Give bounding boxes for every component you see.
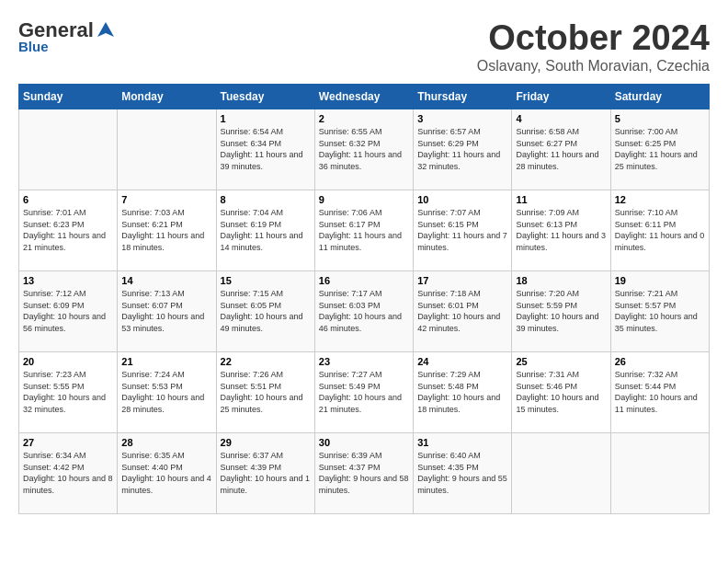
- day-number: 21: [121, 356, 211, 367]
- day-info: Sunrise: 6:54 AM Sunset: 6:34 PM Dayligh…: [221, 126, 311, 172]
- day-number: 26: [615, 356, 705, 367]
- day-number: 18: [516, 275, 606, 286]
- calendar-day-8: 8Sunrise: 7:04 AM Sunset: 6:19 PM Daylig…: [216, 190, 314, 271]
- day-info: Sunrise: 6:40 AM Sunset: 4:35 PM Dayligh…: [417, 450, 507, 496]
- day-info: Sunrise: 7:04 AM Sunset: 6:19 PM Dayligh…: [221, 207, 311, 253]
- day-info: Sunrise: 7:23 AM Sunset: 5:55 PM Dayligh…: [23, 369, 113, 415]
- calendar-day-4: 4Sunrise: 6:58 AM Sunset: 6:27 PM Daylig…: [512, 109, 610, 190]
- day-number: 31: [417, 437, 507, 448]
- calendar-day-13: 13Sunrise: 7:12 AM Sunset: 6:09 PM Dayli…: [19, 271, 118, 352]
- logo: General Blue: [18, 18, 116, 54]
- weekday-header-saturday: Saturday: [610, 85, 709, 109]
- day-info: Sunrise: 7:15 AM Sunset: 6:05 PM Dayligh…: [221, 288, 311, 334]
- calendar-day-1: 1Sunrise: 6:54 AM Sunset: 6:34 PM Daylig…: [216, 109, 314, 190]
- day-info: Sunrise: 7:21 AM Sunset: 5:57 PM Dayligh…: [615, 288, 705, 334]
- day-info: Sunrise: 7:31 AM Sunset: 5:46 PM Dayligh…: [516, 369, 606, 415]
- weekday-header-tuesday: Tuesday: [216, 85, 314, 109]
- calendar-table: SundayMondayTuesdayWednesdayThursdayFrid…: [18, 84, 710, 514]
- logo-bird-icon: [96, 20, 116, 40]
- day-info: Sunrise: 6:37 AM Sunset: 4:39 PM Dayligh…: [221, 450, 311, 496]
- day-number: 8: [221, 194, 311, 205]
- day-info: Sunrise: 6:34 AM Sunset: 4:42 PM Dayligh…: [23, 450, 113, 496]
- day-info: Sunrise: 7:03 AM Sunset: 6:21 PM Dayligh…: [121, 207, 211, 253]
- day-info: Sunrise: 7:29 AM Sunset: 5:48 PM Dayligh…: [417, 369, 507, 415]
- calendar-day-10: 10Sunrise: 7:07 AM Sunset: 6:15 PM Dayli…: [414, 190, 512, 271]
- weekday-header-friday: Friday: [512, 85, 610, 109]
- calendar-day-5: 5Sunrise: 7:00 AM Sunset: 6:25 PM Daylig…: [610, 109, 709, 190]
- calendar-header-row: SundayMondayTuesdayWednesdayThursdayFrid…: [19, 85, 710, 109]
- calendar-day-24: 24Sunrise: 7:29 AM Sunset: 5:48 PM Dayli…: [414, 352, 512, 433]
- day-number: 12: [615, 194, 705, 205]
- day-number: 17: [417, 275, 507, 286]
- calendar-day-29: 29Sunrise: 6:37 AM Sunset: 4:39 PM Dayli…: [216, 433, 314, 514]
- day-number: 28: [121, 437, 211, 448]
- svg-marker-0: [97, 22, 114, 37]
- calendar-day-14: 14Sunrise: 7:13 AM Sunset: 6:07 PM Dayli…: [118, 271, 216, 352]
- day-number: 1: [221, 113, 311, 124]
- day-info: Sunrise: 6:58 AM Sunset: 6:27 PM Dayligh…: [516, 126, 606, 172]
- calendar-day-22: 22Sunrise: 7:26 AM Sunset: 5:51 PM Dayli…: [216, 352, 314, 433]
- day-number: 13: [23, 275, 113, 286]
- day-info: Sunrise: 7:20 AM Sunset: 5:59 PM Dayligh…: [516, 288, 606, 334]
- day-number: 10: [417, 194, 507, 205]
- calendar-day-3: 3Sunrise: 6:57 AM Sunset: 6:29 PM Daylig…: [414, 109, 512, 190]
- location-subtitle: Oslavany, South Moravian, Czechia: [477, 58, 710, 75]
- calendar-day-28: 28Sunrise: 6:35 AM Sunset: 4:40 PM Dayli…: [118, 433, 216, 514]
- calendar-day-11: 11Sunrise: 7:09 AM Sunset: 6:13 PM Dayli…: [512, 190, 610, 271]
- title-block: October 2024 Oslavany, South Moravian, C…: [477, 18, 710, 75]
- empty-day-cell: [118, 109, 216, 190]
- day-info: Sunrise: 6:57 AM Sunset: 6:29 PM Dayligh…: [417, 126, 507, 172]
- calendar-day-30: 30Sunrise: 6:39 AM Sunset: 4:37 PM Dayli…: [314, 433, 413, 514]
- calendar-day-18: 18Sunrise: 7:20 AM Sunset: 5:59 PM Dayli…: [512, 271, 610, 352]
- calendar-week-row: 1Sunrise: 6:54 AM Sunset: 6:34 PM Daylig…: [19, 109, 710, 190]
- day-number: 11: [516, 194, 606, 205]
- day-info: Sunrise: 7:06 AM Sunset: 6:17 PM Dayligh…: [319, 207, 409, 253]
- day-number: 7: [121, 194, 211, 205]
- calendar-day-31: 31Sunrise: 6:40 AM Sunset: 4:35 PM Dayli…: [414, 433, 512, 514]
- day-info: Sunrise: 7:17 AM Sunset: 6:03 PM Dayligh…: [319, 288, 409, 334]
- day-info: Sunrise: 6:35 AM Sunset: 4:40 PM Dayligh…: [121, 450, 211, 496]
- weekday-header-thursday: Thursday: [414, 85, 512, 109]
- calendar-day-25: 25Sunrise: 7:31 AM Sunset: 5:46 PM Dayli…: [512, 352, 610, 433]
- calendar-week-row: 13Sunrise: 7:12 AM Sunset: 6:09 PM Dayli…: [19, 271, 710, 352]
- calendar-day-26: 26Sunrise: 7:32 AM Sunset: 5:44 PM Dayli…: [610, 352, 709, 433]
- day-number: 30: [319, 437, 409, 448]
- day-info: Sunrise: 7:18 AM Sunset: 6:01 PM Dayligh…: [417, 288, 507, 334]
- day-number: 27: [23, 437, 113, 448]
- calendar-day-6: 6Sunrise: 7:01 AM Sunset: 6:23 PM Daylig…: [19, 190, 118, 271]
- day-number: 20: [23, 356, 113, 367]
- day-number: 4: [516, 113, 606, 124]
- day-number: 25: [516, 356, 606, 367]
- calendar-day-9: 9Sunrise: 7:06 AM Sunset: 6:17 PM Daylig…: [314, 190, 413, 271]
- day-number: 9: [319, 194, 409, 205]
- day-info: Sunrise: 7:01 AM Sunset: 6:23 PM Dayligh…: [23, 207, 113, 253]
- day-info: Sunrise: 7:13 AM Sunset: 6:07 PM Dayligh…: [121, 288, 211, 334]
- day-info: Sunrise: 6:55 AM Sunset: 6:32 PM Dayligh…: [319, 126, 409, 172]
- calendar-week-row: 20Sunrise: 7:23 AM Sunset: 5:55 PM Dayli…: [19, 352, 710, 433]
- empty-day-cell: [610, 433, 709, 514]
- calendar-day-2: 2Sunrise: 6:55 AM Sunset: 6:32 PM Daylig…: [314, 109, 413, 190]
- month-title: October 2024: [477, 18, 710, 58]
- day-info: Sunrise: 7:00 AM Sunset: 6:25 PM Dayligh…: [615, 126, 705, 172]
- calendar-week-row: 27Sunrise: 6:34 AM Sunset: 4:42 PM Dayli…: [19, 433, 710, 514]
- calendar-day-23: 23Sunrise: 7:27 AM Sunset: 5:49 PM Dayli…: [314, 352, 413, 433]
- day-number: 22: [221, 356, 311, 367]
- calendar-day-15: 15Sunrise: 7:15 AM Sunset: 6:05 PM Dayli…: [216, 271, 314, 352]
- day-info: Sunrise: 7:09 AM Sunset: 6:13 PM Dayligh…: [516, 207, 606, 253]
- day-number: 16: [319, 275, 409, 286]
- empty-day-cell: [19, 109, 118, 190]
- day-number: 19: [615, 275, 705, 286]
- logo-blue-text: Blue: [18, 39, 49, 54]
- weekday-header-monday: Monday: [118, 85, 216, 109]
- calendar-day-7: 7Sunrise: 7:03 AM Sunset: 6:21 PM Daylig…: [118, 190, 216, 271]
- day-info: Sunrise: 6:39 AM Sunset: 4:37 PM Dayligh…: [319, 450, 409, 496]
- day-info: Sunrise: 7:07 AM Sunset: 6:15 PM Dayligh…: [417, 207, 507, 253]
- page-header: General Blue October 2024 Oslavany, Sout…: [18, 18, 710, 75]
- day-info: Sunrise: 7:26 AM Sunset: 5:51 PM Dayligh…: [221, 369, 311, 415]
- calendar-day-27: 27Sunrise: 6:34 AM Sunset: 4:42 PM Dayli…: [19, 433, 118, 514]
- day-info: Sunrise: 7:27 AM Sunset: 5:49 PM Dayligh…: [319, 369, 409, 415]
- empty-day-cell: [512, 433, 610, 514]
- day-info: Sunrise: 7:12 AM Sunset: 6:09 PM Dayligh…: [23, 288, 113, 334]
- day-number: 24: [417, 356, 507, 367]
- calendar-day-17: 17Sunrise: 7:18 AM Sunset: 6:01 PM Dayli…: [414, 271, 512, 352]
